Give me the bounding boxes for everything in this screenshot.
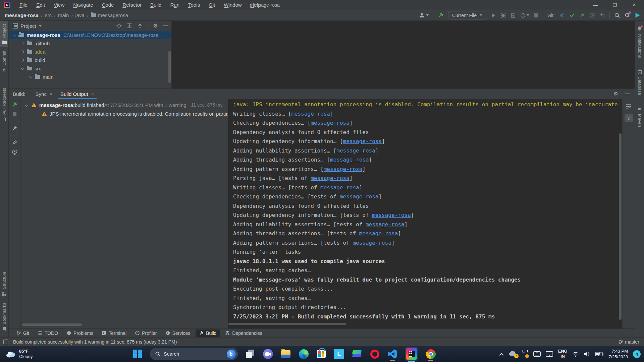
language-indicator[interactable]: ENG IN bbox=[558, 349, 567, 359]
run-button[interactable] bbox=[491, 13, 496, 18]
console-module-link[interactable]: message-rosa bbox=[343, 138, 382, 144]
microsoft-store-button[interactable] bbox=[316, 349, 327, 359]
menu-git[interactable]: Git bbox=[204, 2, 219, 8]
locate-file-icon[interactable] bbox=[116, 23, 122, 28]
notification-count-badge[interactable]: 4 bbox=[633, 350, 641, 358]
build-settings-gear-icon[interactable]: ⚙ bbox=[613, 91, 618, 97]
menu-navigate[interactable]: Navigate bbox=[69, 2, 97, 8]
console-module-link[interactable]: message-rosa bbox=[330, 157, 369, 163]
minimize-button[interactable]: — bbox=[586, 0, 605, 10]
stop-build-icon[interactable] bbox=[12, 112, 17, 116]
intellij-idea-button[interactable]: IJ bbox=[405, 347, 418, 361]
close-button[interactable]: × bbox=[625, 0, 644, 10]
editor-area[interactable] bbox=[172, 21, 635, 88]
tab-sync[interactable]: Sync × bbox=[32, 89, 57, 99]
menu-file[interactable]: File bbox=[15, 2, 32, 8]
console-vertical-scrollbar[interactable] bbox=[619, 133, 622, 320]
menu-code[interactable]: Code bbox=[98, 2, 118, 8]
soft-wrap-button[interactable] bbox=[625, 102, 633, 110]
tree-horizontal-scrollbar[interactable] bbox=[22, 323, 82, 326]
chevron-expanded-icon[interactable] bbox=[29, 75, 33, 78]
run-configuration-dropdown[interactable]: Current File bbox=[448, 11, 486, 19]
bing-icon[interactable]: b bbox=[227, 350, 236, 359]
ldplayer-button[interactable]: L bbox=[334, 349, 344, 359]
sidebar-item-commit[interactable]: Commit bbox=[0, 47, 8, 76]
chrome-button[interactable] bbox=[425, 349, 436, 359]
build-warning-row[interactable]: JPS incremental annotation processing is… bbox=[21, 109, 228, 118]
battery-charging-icon[interactable] bbox=[595, 352, 603, 356]
console-module-link[interactable]: message-rosa bbox=[359, 230, 398, 237]
menu-refactor[interactable]: Refactor bbox=[118, 2, 146, 8]
console-module-link[interactable]: message-rosa bbox=[324, 166, 363, 172]
project-scrollbar[interactable] bbox=[168, 51, 171, 83]
tab-build-output[interactable]: Build Output × bbox=[56, 89, 98, 99]
debug-button[interactable] bbox=[500, 12, 506, 18]
console-module-link[interactable]: message-rosa bbox=[311, 120, 350, 126]
expand-all-icon[interactable] bbox=[127, 23, 132, 28]
code-with-me-gradient-icon[interactable] bbox=[634, 12, 641, 18]
user-profile-button[interactable] bbox=[419, 12, 429, 18]
sidebar-item-pull-requests[interactable]: Pull Requests bbox=[0, 84, 8, 125]
chevron-collapsed-icon[interactable] bbox=[21, 59, 24, 62]
taskbar-clock[interactable]: 7:43 PM 7/25/2023 bbox=[608, 348, 628, 360]
project-tree-item-message-rosa[interactable]: message-rosaC:\Users\LENOVO\Desktop\mess… bbox=[9, 31, 171, 39]
file-explorer-button[interactable] bbox=[280, 349, 291, 359]
breadcrumb-item[interactable]: java bbox=[75, 12, 85, 18]
profiler-button[interactable] bbox=[520, 13, 529, 18]
menu-window[interactable]: Window bbox=[219, 2, 246, 8]
tray-chevron-up-icon[interactable] bbox=[499, 353, 504, 356]
search-everywhere-button[interactable] bbox=[614, 12, 620, 18]
collapse-all-icon[interactable] bbox=[137, 23, 143, 28]
view-options-button[interactable] bbox=[12, 149, 17, 156]
chevron-collapsed-icon[interactable] bbox=[21, 42, 24, 45]
opera-button[interactable] bbox=[369, 349, 380, 359]
project-tree-item-build[interactable]: build bbox=[9, 56, 171, 64]
toolwindow-dependencies[interactable]: Dependencies bbox=[222, 329, 266, 337]
build-result-row[interactable]: message-rosa: build finished At 7/25/202… bbox=[21, 101, 228, 109]
build-hammer-button[interactable] bbox=[438, 12, 444, 18]
console-module-link[interactable]: message-rosa bbox=[340, 193, 379, 200]
toolwindow-todo[interactable]: TODO bbox=[35, 329, 61, 337]
breadcrumb-item[interactable]: messagerosa bbox=[98, 12, 128, 18]
scroll-to-end-button[interactable] bbox=[625, 114, 633, 122]
git-push-button[interactable] bbox=[579, 12, 585, 18]
sidebar-item-notifications[interactable]: Notifications bbox=[635, 23, 644, 61]
maximize-button[interactable]: ❐ bbox=[605, 0, 625, 10]
stop-button[interactable] bbox=[534, 13, 538, 18]
bluestacks-button[interactable] bbox=[352, 349, 362, 359]
menu-view[interactable]: View bbox=[49, 2, 69, 8]
sidebar-item-database[interactable]: Database bbox=[635, 66, 644, 99]
menu-run[interactable]: Run bbox=[166, 2, 184, 8]
hide-panel-icon[interactable]: — bbox=[163, 23, 168, 28]
touchpad-icon[interactable] bbox=[546, 351, 553, 357]
pin-icon[interactable] bbox=[12, 140, 17, 145]
sidebar-item-project[interactable]: Project bbox=[0, 21, 8, 47]
close-tab-icon[interactable]: × bbox=[91, 91, 94, 97]
chevron-expanded-icon[interactable] bbox=[21, 66, 24, 70]
console-module-link[interactable]: message-rosa bbox=[291, 111, 330, 117]
console-module-link[interactable]: message-rosa bbox=[372, 212, 411, 218]
project-tree-item-.github[interactable]: .github bbox=[9, 39, 171, 48]
sidebar-item-bookmarks[interactable]: Bookmarks bbox=[0, 299, 8, 335]
edge-button[interactable] bbox=[298, 349, 309, 359]
git-commit-button[interactable] bbox=[569, 12, 575, 18]
history-button[interactable] bbox=[589, 12, 595, 18]
task-view-button[interactable] bbox=[245, 349, 256, 359]
console-module-link[interactable]: message-rosa bbox=[320, 184, 359, 191]
toolwindow-terminal[interactable]: Terminal bbox=[99, 329, 130, 337]
coverage-button[interactable] bbox=[511, 13, 516, 18]
hide-build-panel-icon[interactable]: — bbox=[625, 91, 630, 97]
menu-build[interactable]: Build bbox=[146, 2, 166, 8]
menu-tools[interactable]: Tools bbox=[184, 2, 204, 8]
toolwindow-services[interactable]: Services bbox=[162, 329, 194, 337]
settings-button[interactable]: ⚙ bbox=[625, 12, 630, 18]
toolwindow-build[interactable]: Build bbox=[196, 329, 220, 337]
project-view-dropdown[interactable]: Project bbox=[13, 23, 42, 29]
close-tab-icon[interactable]: × bbox=[50, 91, 52, 97]
breadcrumb-item[interactable]: message-rosa bbox=[5, 12, 39, 18]
project-settings-gear-icon[interactable]: ⚙ bbox=[153, 23, 158, 28]
console-horizontal-scrollbar[interactable] bbox=[228, 323, 346, 325]
console-module-link[interactable]: message-rosa bbox=[311, 175, 350, 181]
console-module-link[interactable]: message-rosa bbox=[353, 240, 391, 246]
breadcrumb-item[interactable]: src bbox=[45, 12, 52, 18]
